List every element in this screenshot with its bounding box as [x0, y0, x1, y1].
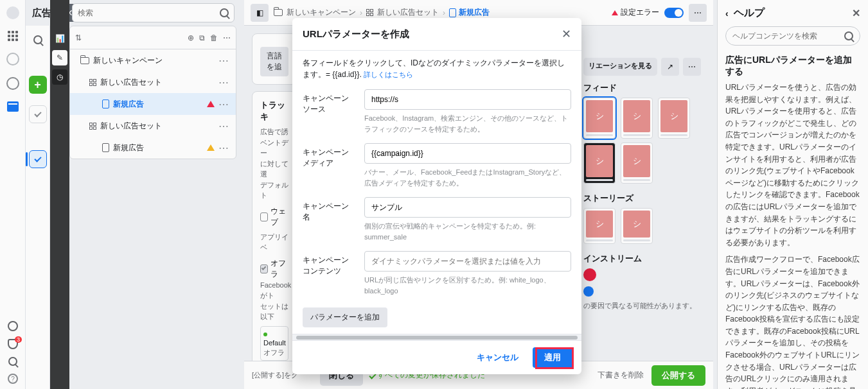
modal-intro: 各フィールドをクリックして、IDなどのダイナミックパラメーターを選択します。= … — [303, 57, 571, 80]
name-hint: 個別の宣伝や戦略的キャンペーンを特定するため。例: summer_sale — [364, 221, 571, 242]
apply-button[interactable]: 適用 — [533, 347, 572, 368]
modal-body: 各フィールドをクリックして、IDなどのダイナミックパラメーターを選択します。= … — [292, 51, 581, 334]
name-label: キャンペーン名 — [303, 197, 355, 242]
modal-h-scroll[interactable] — [292, 334, 581, 340]
modal-header: URLパラメーターを作成 ✕ — [292, 18, 581, 51]
add-parameter-button[interactable]: パラメーターを追加 — [303, 307, 387, 327]
source-input[interactable] — [364, 89, 571, 110]
source-label: キャンペーンソース — [303, 89, 355, 134]
cancel-button[interactable]: キャンセル — [469, 347, 526, 368]
modal-footer: キャンセル 適用 — [292, 340, 581, 374]
media-input[interactable] — [364, 143, 571, 164]
modal-title: URLパラメーターを作成 — [303, 28, 562, 40]
name-input[interactable] — [364, 197, 571, 218]
learn-more-link[interactable]: 詳しくはこちら — [364, 71, 413, 78]
content-label: キャンペーンコンテンツ — [303, 251, 355, 296]
close-icon[interactable]: ✕ — [562, 27, 571, 41]
url-param-modal: URLパラメーターを作成 ✕ 各フィールドをクリックして、IDなどのダイナミック… — [292, 18, 581, 374]
content-hint: URLが同じ広告やリンクを区別するため。例: white_logo、black_… — [364, 275, 571, 296]
source-hint: Facebook、Instagram、検索エンジン、その他のソースなど、トラフィ… — [364, 113, 571, 134]
media-label: キャンペーンメディア — [303, 143, 355, 188]
media-hint: バナー、メール、Facebook_FeedまたはInstagram_Storyな… — [364, 167, 571, 188]
content-input[interactable] — [364, 251, 571, 272]
